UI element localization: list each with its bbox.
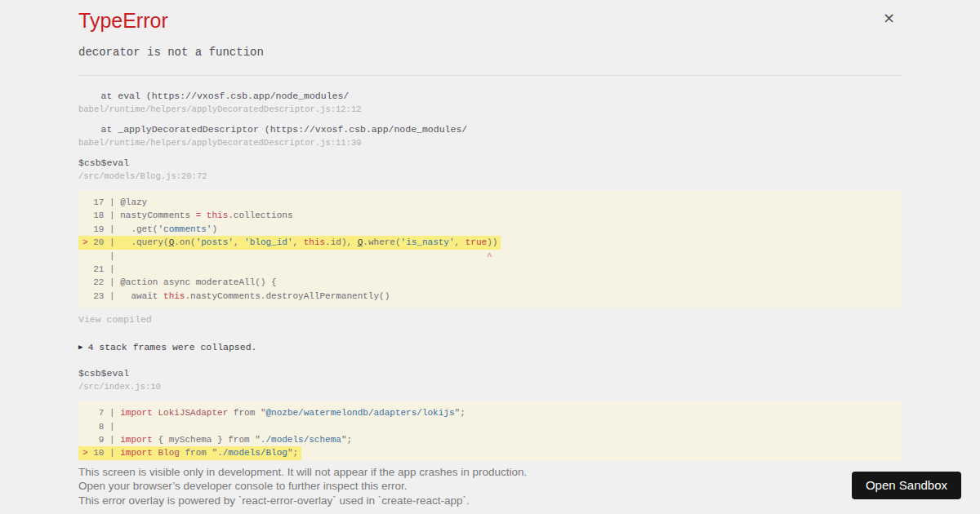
footer: This screen is visible only in developme…: [0, 461, 980, 514]
frame-location: babel/runtime/helpers/applyDecoratedDesc…: [78, 137, 902, 149]
collapsed-frames-label: 4 stack frames were collapsed.: [87, 342, 256, 352]
stack-frame: $csb$eval /src/models/Blog.js:20:72: [78, 157, 902, 183]
code-line: 17 | @lazy: [78, 196, 150, 209]
code-line-highlighted: > 20 | .query(Q.on('posts', 'blog_id', t…: [78, 236, 501, 249]
error-overlay: × TypeError decorator is not a function …: [0, 0, 980, 514]
error-title: TypeError: [78, 0, 902, 32]
frame-function: at eval (https://vxosf.csb.app/node_modu…: [78, 90, 902, 102]
view-compiled-link[interactable]: View compiled: [78, 313, 902, 326]
frame-function: $csb$eval: [78, 157, 902, 169]
stack-frame: at _applyDecoratedDescriptor (https://vx…: [78, 123, 902, 149]
expand-arrow-icon: ▶: [78, 342, 82, 354]
error-message: decorator is not a function: [78, 46, 902, 59]
stack-trace: at eval (https://vxosf.csb.app/node_modu…: [78, 90, 902, 478]
frame-function: $csb$eval: [78, 367, 902, 379]
footer-note: This screen is visible only in developme…: [78, 465, 817, 479]
frame-location: babel/runtime/helpers/applyDecoratedDesc…: [78, 104, 902, 116]
stack-frame: at eval (https://vxosf.csb.app/node_modu…: [78, 90, 902, 116]
collapsed-frames-toggle[interactable]: ▶4 stack frames were collapsed.: [78, 341, 902, 354]
code-line-highlighted: > 10 | import Blog from "./models/Blog";: [78, 446, 301, 459]
code-line: 7 | import LokiJSAdapter from "@nozbe/wa…: [78, 406, 469, 419]
code-line: 23 | await this.nastyComments.destroyAll…: [78, 290, 393, 303]
code-line: 8 |: [78, 420, 123, 433]
divider: [78, 75, 902, 76]
code-frame-blog: 17 | @lazy 18 | nastyComments = this.col…: [78, 191, 902, 308]
open-sandbox-button[interactable]: Open Sandbox: [852, 472, 961, 499]
code-line: 19 | .get('comments'): [78, 223, 220, 236]
frame-function: at _applyDecoratedDescriptor (https://vx…: [78, 123, 902, 135]
error-content: TypeError decorator is not a function at…: [78, 0, 902, 478]
code-line: 9 | import { mySchema } from "./models/s…: [78, 433, 355, 446]
stack-frame: $csb$eval /src/index.js:10: [78, 367, 902, 393]
code-line: | ^: [78, 250, 496, 263]
footer-note: Open your browser’s developer console to…: [78, 479, 817, 493]
code-line: 22 | @action async moderateAll() {: [78, 276, 280, 289]
code-line: 18 | nastyComments = this.collections: [78, 209, 296, 222]
frame-location: /src/index.js:10: [78, 381, 902, 393]
footer-note: This error overlay is powered by `react-…: [78, 494, 817, 507]
frame-location: /src/models/Blog.js:20:72: [78, 171, 902, 183]
code-line: 21 |: [78, 263, 123, 276]
